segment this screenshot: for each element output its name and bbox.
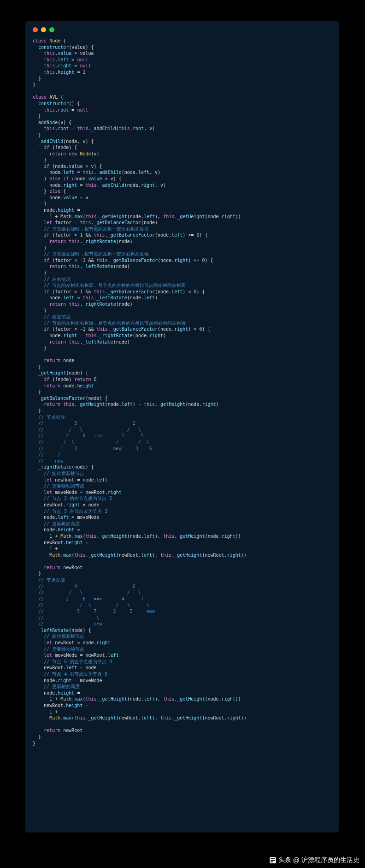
window-controls	[33, 27, 331, 32]
code-content: class Node { constructor(value) { this.v…	[33, 38, 331, 746]
toutiao-icon	[269, 856, 277, 864]
watermark: 头条 @ 沪漂程序员的生活史	[269, 856, 359, 864]
svg-rect-2	[271, 860, 275, 861]
close-icon[interactable]	[33, 27, 38, 32]
svg-rect-3	[271, 862, 273, 862]
watermark-name: 沪漂程序员的生活史	[301, 856, 359, 864]
minimize-icon[interactable]	[41, 27, 46, 32]
code-window: class Node { constructor(value) { this.v…	[25, 21, 339, 832]
watermark-at: @	[293, 856, 300, 864]
maximize-icon[interactable]	[49, 27, 54, 32]
svg-rect-1	[271, 858, 275, 859]
watermark-brand: 头条	[278, 856, 291, 864]
